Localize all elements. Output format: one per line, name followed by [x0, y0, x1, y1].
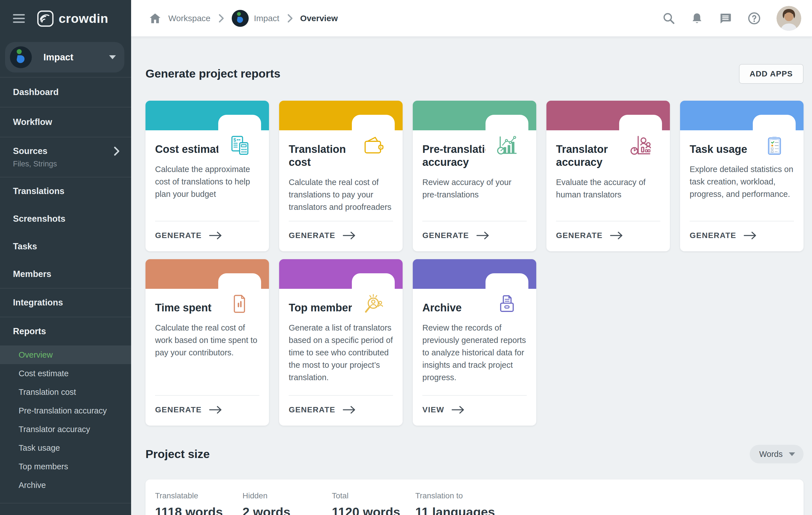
sidebar-item-activity[interactable]: Activity	[0, 504, 131, 515]
time-document-icon	[218, 273, 261, 318]
main-content: Generate project reports ADD APPS $	[131, 37, 812, 515]
units-dropdown[interactable]: Words	[750, 445, 804, 463]
card-task-usage: Task usage Explore detailed statistics o…	[680, 101, 804, 251]
member-search-icon	[352, 273, 395, 318]
translator-stats-icon	[619, 115, 662, 159]
card-pre-translation-accuracy: Pre-translation accuracy Review accuracy…	[413, 101, 536, 251]
stat-hidden: Hidden 2 words 0 words in duplicates	[242, 491, 332, 515]
breadcrumb-project[interactable]: Impact	[231, 9, 280, 27]
invoice-calculator-icon: $	[218, 115, 261, 159]
breadcrumb: Workspace Impact Overview	[149, 9, 663, 27]
sidebar-item-tasks[interactable]: Tasks	[0, 233, 131, 260]
chevron-down-icon	[109, 55, 116, 59]
sidebar-item-reports-task-usage[interactable]: Task usage	[0, 438, 131, 457]
sidebar-item-members[interactable]: Members	[0, 260, 131, 288]
card-description: Review accuracy of your pre-translations	[422, 176, 527, 201]
card-description: Evaluate the accuracy of human translato…	[556, 176, 660, 201]
arrow-right-icon	[343, 231, 356, 240]
generate-link[interactable]: GENERATE	[556, 231, 623, 240]
card-description: Generate a list of translators based on …	[289, 321, 393, 383]
project-avatar	[9, 46, 32, 68]
sidebar-nav: Dashboard Workflow Sources Files, String…	[0, 78, 131, 515]
user-avatar[interactable]	[777, 6, 801, 31]
wallet-icon	[352, 115, 395, 159]
sidebar-item-workflow[interactable]: Workflow	[0, 108, 131, 137]
arrow-right-icon	[343, 406, 356, 414]
generate-link[interactable]: GENERATE	[422, 231, 489, 240]
project-size-title: Project size	[145, 448, 210, 461]
help-icon[interactable]	[748, 12, 761, 25]
crowdin-logo-icon	[37, 10, 54, 27]
card-description: Explore detailed statistics on task crea…	[690, 163, 794, 200]
generate-link[interactable]: GENERATE	[155, 405, 222, 414]
crowdin-logo[interactable]: crowdin	[37, 10, 108, 27]
project-size-stats: Translatable 1118 words 0 words in dupli…	[145, 480, 804, 515]
sidebar-item-reports-pre-translation-accuracy[interactable]: Pre-translation accuracy	[0, 401, 131, 420]
project-avatar	[231, 9, 249, 27]
card-description: Calculate the real cost of work based on…	[155, 321, 259, 359]
card-description: Review the records of previously generat…	[422, 321, 527, 383]
sidebar-item-reports-translation-cost[interactable]: Translation cost	[0, 383, 131, 401]
view-link[interactable]: VIEW	[422, 405, 465, 414]
page-title: Generate project reports	[145, 67, 281, 80]
project-name: Impact	[44, 52, 109, 63]
arrow-right-icon	[452, 406, 465, 414]
search-icon[interactable]	[663, 12, 675, 25]
generate-link[interactable]: GENERATE	[289, 231, 356, 240]
card-description: Calculate the approximate cost of transl…	[155, 163, 259, 200]
card-cost-estimate: $ Cost estimate Calculate the approximat…	[145, 101, 269, 251]
accuracy-chart-icon	[486, 115, 528, 159]
sidebar-item-reports-top-members[interactable]: Top members	[0, 457, 131, 476]
crowdin-app: crowdin Impact Dashboard Workflow So	[0, 0, 812, 515]
project-selector[interactable]: Impact	[5, 42, 124, 73]
stat-translation-to: Translation to 11 languages	[415, 491, 495, 515]
card-translator-accuracy: Translator accuracy Evaluate the accurac…	[546, 101, 670, 251]
breadcrumb-workspace[interactable]: Workspace	[168, 13, 211, 23]
svg-text:$: $	[233, 137, 236, 143]
chevron-down-icon	[789, 452, 795, 456]
messages-icon[interactable]	[719, 12, 732, 25]
add-apps-button[interactable]: ADD APPS	[739, 64, 804, 84]
sidebar-item-dashboard[interactable]: Dashboard	[0, 78, 131, 107]
sidebar-item-reports-archive[interactable]: Archive	[0, 476, 131, 494]
stat-total: Total 1120 words	[332, 491, 415, 515]
sidebar-section-reports: Reports	[0, 317, 131, 345]
notifications-icon[interactable]	[691, 12, 703, 25]
sidebar-item-screenshots[interactable]: Screenshots	[0, 205, 131, 233]
sidebar-item-integrations[interactable]: Integrations	[0, 288, 131, 317]
breadcrumb-overview: Overview	[300, 13, 338, 23]
arrow-right-icon	[610, 231, 623, 240]
stat-translatable: Translatable 1118 words 0 words in dupli…	[155, 491, 242, 515]
generate-link[interactable]: GENERATE	[289, 405, 356, 414]
sidebar-header: crowdin	[0, 0, 131, 37]
generate-link[interactable]: GENERATE	[690, 231, 757, 240]
arrow-right-icon	[209, 406, 222, 414]
arrow-right-icon	[209, 231, 222, 240]
chevron-right-icon	[113, 146, 120, 156]
card-archive: Archive Review the records of previously…	[413, 259, 536, 426]
sidebar-item-reports-translator-accuracy[interactable]: Translator accuracy	[0, 420, 131, 438]
chevron-right-icon	[287, 14, 293, 23]
topbar: Workspace Impact Overview	[131, 0, 812, 37]
generate-link[interactable]: GENERATE	[155, 231, 222, 240]
sidebar: crowdin Impact Dashboard Workflow So	[0, 0, 131, 515]
report-cards-grid: $ Cost estimate Calculate the approximat…	[145, 101, 804, 426]
sidebar-item-translations[interactable]: Translations	[0, 177, 131, 205]
sidebar-item-sources[interactable]: Sources Files, Strings	[0, 137, 131, 177]
home-icon[interactable]	[149, 13, 161, 24]
card-top-members: Top members Generate a list of translato…	[279, 259, 403, 426]
crowdin-wordmark: crowdin	[59, 11, 108, 26]
archive-drawer-icon	[486, 273, 528, 318]
arrow-right-icon	[744, 231, 757, 240]
card-description: Calculate the real cost of translations …	[289, 176, 393, 213]
sources-sublabel: Files, Strings	[13, 160, 120, 168]
sidebar-item-reports-overview[interactable]: Overview	[0, 345, 131, 364]
arrow-right-icon	[476, 231, 489, 240]
card-translation-cost: Translation cost Calculate the real cost…	[279, 101, 403, 251]
chevron-right-icon	[218, 14, 224, 23]
clipboard-checklist-icon	[753, 115, 796, 159]
menu-icon[interactable]	[13, 12, 25, 25]
card-time-spent: Time spent Calculate the real cost of wo…	[145, 259, 269, 426]
sidebar-item-reports-cost-estimate[interactable]: Cost estimate	[0, 364, 131, 383]
